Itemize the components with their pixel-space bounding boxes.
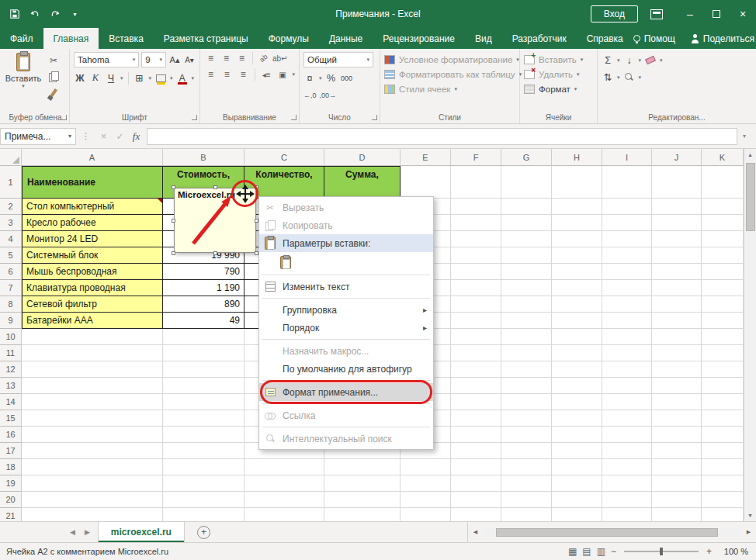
cell-G10[interactable] [501,329,552,345]
resize-handle[interactable] [172,219,175,223]
cell-B13[interactable] [163,378,244,394]
row-header-16[interactable]: 16 [0,427,22,443]
cell-F10[interactable] [451,329,501,345]
help-assistant[interactable]: Помощ [633,33,675,44]
cell-H12[interactable] [552,361,602,378]
delete-cells-button[interactable]: Удалить▾ [524,67,593,81]
cell-H14[interactable] [552,394,602,410]
zoom-slider[interactable] [624,551,699,552]
cell-H11[interactable] [552,345,602,361]
bold-button[interactable]: Ж [74,71,86,85]
cell-K7[interactable] [702,280,744,296]
scroll-right-icon[interactable]: ▶ [743,529,754,535]
cell-J12[interactable] [652,361,702,378]
cell-A4[interactable]: Монитор 24 LED [22,231,163,247]
tab-review[interactable]: Рецензирование [373,28,465,49]
cell-I12[interactable] [602,361,652,378]
cell-F19[interactable] [451,475,501,492]
cell-H7[interactable] [552,280,602,296]
row-header-3[interactable]: 3 [0,215,22,231]
cell-H1[interactable] [552,166,602,199]
orientation-button[interactable]: ab [256,51,271,66]
cell-H9[interactable] [552,313,602,329]
cell-F11[interactable] [451,345,501,361]
row-header-1[interactable]: 1 [0,166,22,199]
ribbon-display-options-icon[interactable] [650,9,663,19]
cell-E18[interactable] [401,459,451,475]
zoom-out-button[interactable]: − [611,546,616,557]
cut-button[interactable]: ✂ [44,54,63,67]
cell-D21[interactable] [324,508,401,521]
cell-A9[interactable]: Батарейки AAA [22,313,163,329]
font-color-button[interactable]: А [176,71,189,85]
column-header-B[interactable]: B [163,149,244,166]
row-header-6[interactable]: 6 [0,264,22,280]
column-header-J[interactable]: J [652,149,702,166]
cell-I19[interactable] [602,475,652,492]
cell-K8[interactable] [702,296,744,313]
cell-A10[interactable] [22,329,163,345]
scroll-down-icon[interactable]: ▼ [747,510,753,521]
decrease-decimal-button[interactable]: ,00→ [320,88,337,102]
cell-F13[interactable] [451,378,501,394]
menu-item-paste-options[interactable]: Параметры вставки: [259,234,433,252]
previous-sheet-icon[interactable]: ◀ [65,528,80,536]
cell-K19[interactable] [702,475,744,492]
cell-J2[interactable] [652,199,702,215]
row-header-2[interactable]: 2 [0,199,22,215]
format-as-table-button[interactable]: Форматировать как таблицу▾ [384,67,515,81]
scroll-up-icon[interactable]: ▲ [747,149,753,161]
column-header-H[interactable]: H [552,149,602,166]
dialog-launcher-icon[interactable] [61,115,67,120]
cell-G13[interactable] [501,378,552,394]
cell-F9[interactable] [451,313,501,329]
cell-K12[interactable] [702,361,744,378]
row-header-4[interactable]: 4 [0,231,22,247]
cell-H4[interactable] [552,231,602,247]
zoom-level[interactable]: 100 % [717,547,748,556]
cell-A15[interactable] [22,410,163,427]
cell-J17[interactable] [652,443,702,459]
cell-J1[interactable] [652,166,702,199]
row-header-9[interactable]: 9 [0,313,22,329]
column-header-C[interactable]: C [244,149,324,166]
cell-B14[interactable] [163,394,244,410]
cell-B15[interactable] [163,410,244,427]
cell-I11[interactable] [602,345,652,361]
cell-F14[interactable] [451,394,501,410]
cell-G19[interactable] [501,475,552,492]
cell-D19[interactable] [324,475,401,492]
cell-H20[interactable] [552,492,602,508]
cell-I18[interactable] [602,459,652,475]
accounting-format-button[interactable]: ¤ [303,71,316,85]
cell-A18[interactable] [22,459,163,475]
cell-B20[interactable] [163,492,244,508]
cell-J10[interactable] [652,329,702,345]
cell-F7[interactable] [451,280,501,296]
cell-E19[interactable] [401,475,451,492]
cell-G3[interactable] [501,215,552,231]
column-header-I[interactable]: I [602,149,652,166]
align-top-button[interactable]: ≡ [204,53,217,64]
cell-I3[interactable] [602,215,652,231]
menu-item-grouping[interactable]: Группировка▸ [259,301,433,319]
cancel-button[interactable]: × [95,131,112,142]
cell-H19[interactable] [552,475,602,492]
cell-A7[interactable]: Клавиатура проводная [22,280,163,296]
align-bottom-button[interactable]: ≡ [235,53,248,64]
expand-formula-bar-icon[interactable]: ▾ [737,133,751,140]
cell-I8[interactable] [602,296,652,313]
decrease-font-button[interactable]: А▾ [183,54,196,67]
decrease-indent-button[interactable]: ◂≡ [260,71,273,79]
cell-D1[interactable]: Сумма, [324,166,401,199]
cell-B16[interactable] [163,427,244,443]
cell-G5[interactable] [501,247,552,264]
cell-F15[interactable] [451,410,501,427]
row-header-8[interactable]: 8 [0,296,22,313]
cell-F5[interactable] [451,247,501,264]
row-header-17[interactable]: 17 [0,443,22,459]
row-header-13[interactable]: 13 [0,378,22,394]
undo-icon[interactable] [28,8,41,21]
cell-D18[interactable] [324,459,401,475]
underline-button[interactable]: Ч [105,71,117,85]
